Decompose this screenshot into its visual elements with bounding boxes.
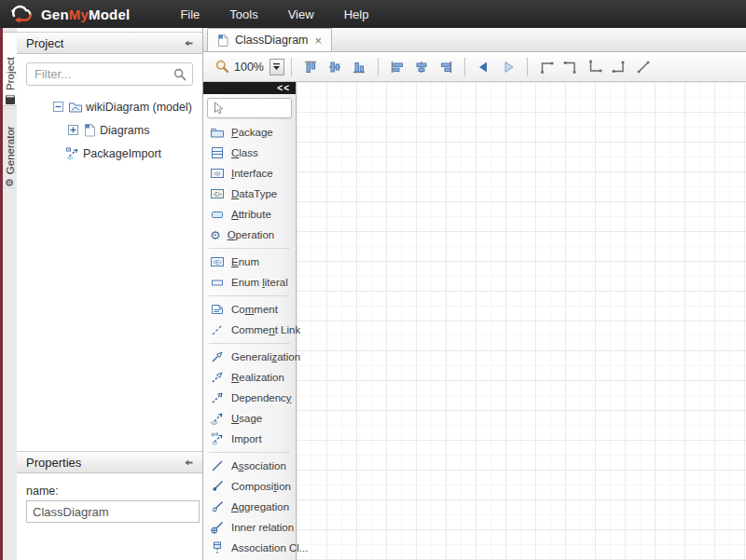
palette-item-label: Association <box>231 460 286 471</box>
align-bottom <box>351 59 367 75</box>
route-right-down <box>562 59 579 75</box>
route-down-right-button[interactable] <box>584 56 606 78</box>
palette-item-comment[interactable]: Comment <box>203 299 296 320</box>
palette-items: PackageClass‹I›Interface‹D›DataTypeAttri… <box>203 120 296 558</box>
route-up-right-button[interactable] <box>535 56 558 78</box>
align-left-button[interactable] <box>386 56 408 78</box>
name-field-input[interactable] <box>26 500 200 523</box>
import-icon: ‹I› <box>210 431 225 446</box>
tree-item-diagrams[interactable]: Diagrams <box>17 118 202 142</box>
menu-file[interactable]: File <box>165 3 214 26</box>
route-right-up-button[interactable] <box>608 56 630 78</box>
flip-vertical <box>500 59 517 75</box>
class-icon <box>210 145 225 160</box>
zoom-dropdown-button[interactable] <box>269 59 284 75</box>
generalization-icon <box>210 349 225 364</box>
palette-item-inner-relation[interactable]: Inner relation <box>203 517 296 538</box>
palette-item-import[interactable]: ‹I›Import <box>203 429 296 449</box>
menu-view[interactable]: View <box>273 3 329 26</box>
palette-separator <box>209 248 290 249</box>
align-bottom-button[interactable] <box>348 56 370 78</box>
comment-icon <box>210 302 225 317</box>
palette-item-aggregation[interactable]: Aggregation <box>203 497 296 517</box>
diagram-file-icon <box>216 34 229 48</box>
zoom-magnifier-icon <box>214 59 230 75</box>
palette-item-label: Operation <box>228 229 275 240</box>
tree-item-wikidiagram-model[interactable]: wikiDiagram (model) <box>17 95 202 118</box>
palette-item-composition[interactable]: Composition <box>203 476 296 497</box>
collapse-panel-arrow-icon[interactable] <box>182 456 195 469</box>
palette-item-label: Attribute <box>231 209 271 220</box>
align-center-button[interactable] <box>410 56 433 78</box>
palette-item-label: Comment <box>231 304 278 315</box>
route-right-down-button[interactable] <box>560 56 582 78</box>
palette-item-generalization[interactable]: Generalization <box>203 347 296 367</box>
route-straight <box>635 59 652 75</box>
palette-item-attribute[interactable]: Attribute <box>203 204 296 225</box>
book-icon <box>5 94 16 105</box>
palette-item-class[interactable]: Class <box>203 143 296 163</box>
project-panel-title: Project <box>26 36 182 50</box>
project-panel: Project wikiDiagram (model)Diagrams‹I›Pa… <box>17 32 202 165</box>
project-tree: wikiDiagram (model)Diagrams‹I›PackageImp… <box>17 95 202 165</box>
filter-input[interactable] <box>27 63 192 85</box>
palette-item-association-cl[interactable]: Association Cl... <box>203 538 296 558</box>
diagram-canvas[interactable] <box>297 82 746 560</box>
rail-tab-project[interactable]: Project <box>3 32 17 106</box>
name-field-label: name: <box>26 485 202 498</box>
route-straight-button[interactable] <box>632 56 655 78</box>
palette-item-datatype[interactable]: ‹D›DataType <box>203 184 296 204</box>
palette-item-operation[interactable]: ⚙Operation <box>203 225 296 245</box>
zoom-level-value: 100% <box>234 61 264 74</box>
menu-tools[interactable]: Tools <box>214 3 272 26</box>
usage-icon: ‹u› <box>210 411 225 426</box>
menubar-items: FileToolsViewHelp <box>165 3 383 26</box>
palette-item-comment-link[interactable]: Comment Link <box>203 320 296 340</box>
palette-item-label: Class <box>231 147 258 158</box>
tree-item-label: PackageImport <box>83 147 161 160</box>
palette-item-dependency[interactable]: Dependency <box>203 388 296 408</box>
editor-toolbar: 100% <box>203 52 746 82</box>
palette-collapse-button[interactable]: << <box>203 82 296 94</box>
flip-horizontal-button[interactable] <box>473 56 495 78</box>
palette-item-enum[interactable]: ‹E›Enum <box>203 252 296 272</box>
palette-item-label: Association Cl... <box>231 542 308 553</box>
palette-item-label: Interface <box>231 168 273 179</box>
collapse-toggle-icon[interactable] <box>50 100 65 115</box>
tree-item-packageimport[interactable]: ‹I›PackageImport <box>17 142 202 165</box>
palette-item-label: Aggregation <box>231 501 289 512</box>
selection-tool-button[interactable] <box>207 98 292 118</box>
palette-separator <box>209 295 290 296</box>
palette-item-enum-literal[interactable]: Enum literal <box>203 272 296 293</box>
palette-separator <box>209 452 290 453</box>
palette-item-interface[interactable]: ‹I›Interface <box>203 163 296 184</box>
palette-item-package[interactable]: Package <box>203 122 296 143</box>
align-top-button[interactable] <box>299 56 322 78</box>
svg-text:‹I›: ‹I› <box>214 170 221 178</box>
properties-panel: Properties name: <box>17 451 202 523</box>
palette: << PackageClass‹I›Interface‹D›DataTypeAt… <box>203 82 297 560</box>
flip-horizontal <box>476 59 492 75</box>
palette-item-label: Composition <box>231 481 291 492</box>
palette-item-label: Usage <box>231 413 262 424</box>
rail-tab-generator[interactable]: ⚙ Generator <box>3 108 17 188</box>
palette-item-usage[interactable]: ‹u›Usage <box>203 408 296 429</box>
align-middle-button[interactable] <box>324 56 346 78</box>
operation-icon: ⚙ <box>210 229 221 241</box>
palette-item-association[interactable]: Association <box>203 456 296 476</box>
menu-help[interactable]: Help <box>329 3 384 26</box>
cloud-logo-icon <box>7 4 35 24</box>
tab-classdiagram[interactable]: ClassDiagram × <box>207 28 332 51</box>
svg-text:‹D›: ‹D› <box>213 191 222 198</box>
align-right-button[interactable] <box>435 56 457 78</box>
top-menubar: GenMyModel FileToolsViewHelp <box>0 0 746 28</box>
filter-box <box>26 62 193 86</box>
expand-toggle-icon[interactable] <box>65 123 80 138</box>
collapse-panel-arrow-icon[interactable] <box>182 36 195 49</box>
tab-close-icon[interactable]: × <box>314 34 324 47</box>
palette-item-realization[interactable]: Realization <box>203 367 296 388</box>
flip-vertical-button[interactable] <box>497 56 519 78</box>
palette-item-label: Inner relation <box>231 522 294 533</box>
palette-item-label: DataType <box>231 188 277 199</box>
interface-icon: ‹I› <box>210 166 225 181</box>
